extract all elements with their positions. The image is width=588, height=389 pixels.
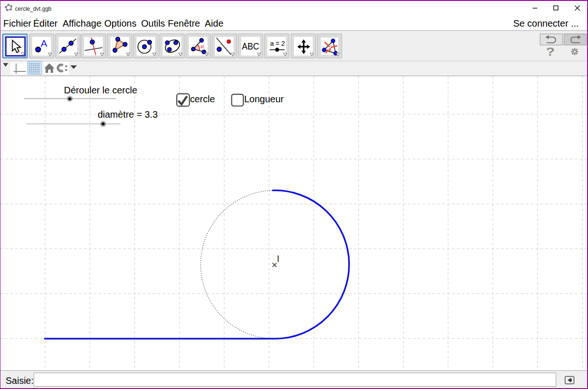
svg-text:a = 2: a = 2 (270, 39, 285, 47)
svg-text:α: α (201, 42, 205, 49)
svg-text:cercle: cercle (190, 94, 215, 104)
svg-text:diamètre = 3.3: diamètre = 3.3 (98, 109, 158, 120)
svg-text:A: A (41, 38, 47, 49)
svg-text:ABC: ABC (242, 41, 259, 51)
svg-text:Longueur: Longueur (244, 94, 284, 104)
svg-text:Dérouler le cercle: Dérouler le cercle (64, 85, 137, 95)
svg-text:I: I (277, 254, 280, 264)
